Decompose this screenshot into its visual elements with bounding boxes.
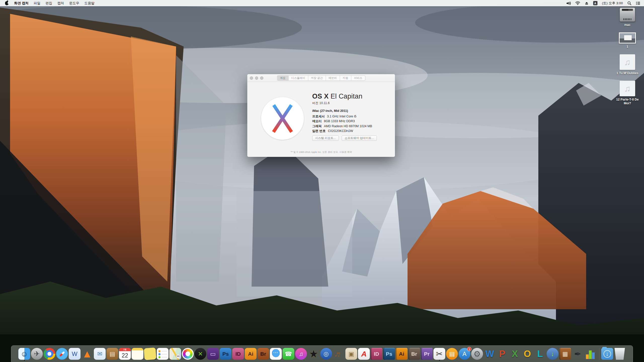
- minimize-button[interactable]: [255, 76, 258, 80]
- garageband-icon: ♬: [333, 348, 345, 360]
- bridge-cs4-dock-icon[interactable]: Br: [257, 347, 270, 361]
- imovie-dock-icon[interactable]: ★: [307, 347, 320, 361]
- notification-center-icon[interactable]: [634, 0, 642, 6]
- word-dock-icon[interactable]: W: [484, 347, 496, 361]
- contacts-icon: ▤: [106, 348, 118, 360]
- photoshop-cs4-dock-icon[interactable]: Ps: [219, 347, 232, 361]
- osx-logo: [261, 97, 304, 140]
- apple-menu-icon[interactable]: [5, 1, 9, 5]
- keynote-dock-icon[interactable]: ▦: [559, 347, 572, 361]
- indesign-cs4-dock-icon[interactable]: ID: [232, 347, 245, 361]
- indesign-cs5-dock-icon[interactable]: ID: [370, 347, 383, 361]
- menu-캡처[interactable]: 캡처: [55, 1, 67, 5]
- bridge-cs5-dock-icon[interactable]: Br: [408, 347, 421, 361]
- download-manager-dock-icon[interactable]: ↓: [546, 347, 559, 361]
- webhard-dock-icon[interactable]: W: [68, 347, 81, 361]
- premiere-cs5-dock-icon[interactable]: Pr: [421, 347, 433, 361]
- tab-지원[interactable]: 지원: [340, 76, 351, 80]
- safari-icon: [56, 348, 68, 360]
- input-source-menu[interactable]: A: [591, 0, 600, 6]
- notes-dock-icon[interactable]: [131, 347, 144, 361]
- menu-편집[interactable]: 편집: [43, 1, 55, 5]
- close-button[interactable]: [250, 76, 253, 80]
- photoshop-cs5-dock-icon[interactable]: Ps: [383, 347, 395, 361]
- tab-디스플레이[interactable]: 디스플레이: [288, 76, 308, 80]
- chrome-dock-icon[interactable]: [43, 347, 56, 361]
- numbers-dock-icon[interactable]: [584, 347, 597, 361]
- spec-value: C02G20KCDHJW: [328, 129, 353, 133]
- safari-dock-icon[interactable]: [56, 347, 68, 361]
- downloads-folder-dock-icon[interactable]: ↓: [601, 347, 614, 361]
- menu-파일[interactable]: 파일: [31, 1, 43, 5]
- desktop-item-mac[interactable]: mac: [611, 8, 643, 27]
- pages-dock-icon[interactable]: ✒: [572, 347, 584, 361]
- vlc-icon: ▲: [81, 348, 93, 360]
- desktop-item-12 Parle-T-Il De Moi?[interactable]: ♫12 Parle-T-Il De Moi?: [611, 81, 643, 105]
- trash-dock-icon[interactable]: [614, 347, 626, 361]
- excel-dock-icon[interactable]: X: [509, 347, 521, 361]
- screen-capture-dock-icon[interactable]: ✂: [433, 347, 446, 361]
- reminders-dock-icon[interactable]: [156, 347, 169, 361]
- eject-icon[interactable]: [582, 0, 591, 6]
- stickies-dock-icon[interactable]: [144, 347, 156, 361]
- button-소프트웨어 업데이트...[interactable]: 소프트웨어 업데이트...: [342, 135, 377, 141]
- dvd-ripper-dock-icon[interactable]: ◎: [320, 347, 333, 361]
- menu-화면 캡처[interactable]: 화면 캡처: [12, 1, 31, 5]
- mail-dock-icon[interactable]: ✉: [94, 347, 106, 361]
- tab-저장 공간[interactable]: 저장 공간: [308, 76, 326, 80]
- finder-dock-icon[interactable]: ☺: [18, 347, 31, 361]
- zoom-button[interactable]: [260, 76, 263, 80]
- desktop-item-1 Tu M'Oublies[interactable]: ♫1 Tu M'Oublies: [611, 54, 643, 75]
- spec-label: 그래픽: [312, 124, 322, 128]
- outlook-dock-icon[interactable]: O: [521, 347, 534, 361]
- photos-dock-icon[interactable]: [182, 347, 194, 361]
- desktop-item-label: 1: [627, 45, 628, 49]
- chrome-icon: [44, 348, 55, 360]
- ibooks-dock-icon[interactable]: ▤: [446, 347, 458, 361]
- window-titlebar[interactable]: 개요디스플레이저장 공간메모리지원서비스: [247, 74, 395, 82]
- tab-서비스[interactable]: 서비스: [351, 76, 365, 80]
- tab-개요[interactable]: 개요: [277, 76, 288, 80]
- photo-collage-dock-icon[interactable]: ▣: [345, 347, 358, 361]
- calendar-dock-icon[interactable]: 2월22: [119, 347, 131, 361]
- app-store-dock-icon[interactable]: A1: [458, 347, 471, 361]
- powerpoint-dock-icon[interactable]: P: [496, 347, 509, 361]
- garageband-dock-icon[interactable]: ♬: [333, 347, 345, 361]
- photo-collage-icon: ▣: [345, 348, 357, 360]
- illustrator-cs4-dock-icon[interactable]: Ai: [245, 347, 257, 361]
- app-store-glyph: A: [462, 351, 466, 357]
- button-시스템 리포트...[interactable]: 시스템 리포트...: [312, 135, 339, 141]
- bridge-cs5-icon: Br: [408, 348, 420, 360]
- menu-bar-clock[interactable]: (토) 오후 3:00: [600, 0, 625, 6]
- maps-dock-icon[interactable]: 3D: [169, 347, 182, 361]
- downloads-folder-icon: ↓: [601, 348, 613, 360]
- about-overview-panel: OS X El Capitan 버전 10.11.6 iMac (27-inch…: [247, 82, 395, 157]
- messages-dock-icon[interactable]: ···: [270, 347, 282, 361]
- spec-row: 프로세서3.1 GHz Intel Core i5: [312, 114, 372, 119]
- lync-dock-icon[interactable]: L: [534, 347, 546, 361]
- about-tab-bar: 개요디스플레이저장 공간메모리지원서비스: [277, 75, 365, 81]
- desktop-item-label: 12 Parle-T-Il De Moi?: [613, 98, 642, 105]
- acrobat-reader-dock-icon[interactable]: A: [358, 347, 370, 361]
- spec-row: 일련 번호C02G20KCDHJW: [312, 129, 372, 133]
- system-preferences-dock-icon[interactable]: ⚙: [471, 347, 484, 361]
- input-source-badge: A: [593, 1, 597, 5]
- volume-icon[interactable]: [564, 0, 573, 6]
- tab-메모리[interactable]: 메모리: [326, 76, 340, 80]
- imovie-icon: ★: [308, 348, 319, 360]
- vlc-dock-icon[interactable]: ▲: [81, 347, 94, 361]
- desktop-item-1[interactable]: 1: [611, 32, 643, 49]
- toast-dock-icon[interactable]: ▭: [207, 347, 219, 361]
- menu-윈도우[interactable]: 윈도우: [67, 1, 82, 5]
- launchpad-dock-icon[interactable]: ✈: [31, 347, 43, 361]
- facetime-icon: ☎: [283, 348, 294, 360]
- illustrator-cs5-dock-icon[interactable]: Ai: [395, 347, 408, 361]
- itunes-dock-icon[interactable]: ♫: [295, 347, 307, 361]
- facetime-dock-icon[interactable]: ☎: [282, 347, 295, 361]
- menu-도움말[interactable]: 도움말: [82, 1, 97, 5]
- wifi-icon[interactable]: [573, 0, 582, 6]
- imovie-glyph: ★: [309, 349, 318, 359]
- contacts-dock-icon[interactable]: ▤: [106, 347, 119, 361]
- spotlight-icon[interactable]: [625, 0, 634, 6]
- media-converter-dock-icon[interactable]: ✕: [194, 347, 207, 361]
